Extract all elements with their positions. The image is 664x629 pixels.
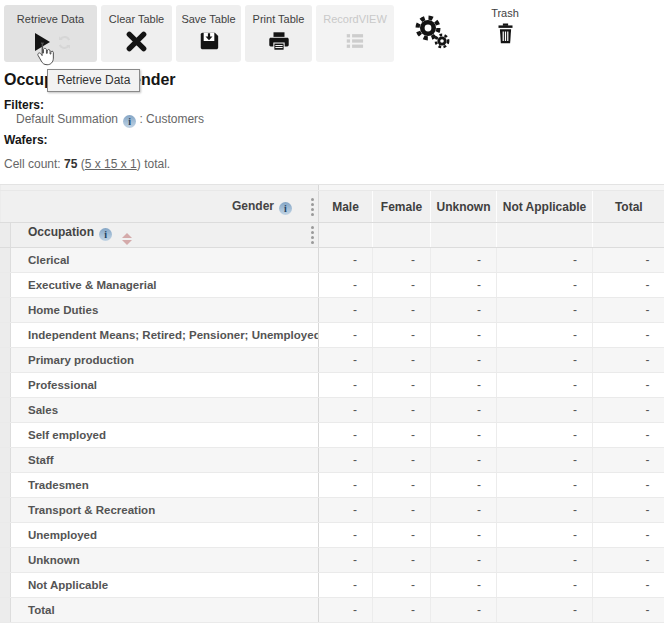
data-cell[interactable]: - <box>497 248 593 273</box>
data-cell[interactable]: - <box>497 548 593 573</box>
dimensions-link[interactable]: 5 x 15 x 1 <box>85 157 137 171</box>
row-header[interactable]: Sales <box>11 398 319 423</box>
data-cell[interactable]: - <box>319 348 373 373</box>
data-cell[interactable]: - <box>497 373 593 398</box>
data-cell[interactable]: - <box>373 373 431 398</box>
data-cell[interactable]: - <box>319 573 373 598</box>
data-cell[interactable]: - <box>497 573 593 598</box>
data-cell[interactable]: - <box>497 448 593 473</box>
data-cell[interactable]: - <box>319 398 373 423</box>
data-cell[interactable]: - <box>319 473 373 498</box>
data-cell[interactable]: - <box>373 298 431 323</box>
data-cell[interactable]: - <box>431 323 497 348</box>
data-cell[interactable]: - <box>373 248 431 273</box>
sort-icon[interactable] <box>122 233 132 245</box>
data-cell[interactable]: - <box>431 473 497 498</box>
row-header[interactable]: Unemployed <box>11 523 319 548</box>
data-cell[interactable]: - <box>319 548 373 573</box>
data-cell[interactable]: - <box>373 598 431 623</box>
data-cell[interactable]: - <box>497 498 593 523</box>
data-cell[interactable]: - <box>319 423 373 448</box>
data-cell[interactable]: - <box>431 523 497 548</box>
data-cell[interactable]: - <box>373 323 431 348</box>
data-cell[interactable]: - <box>373 473 431 498</box>
data-cell[interactable]: - <box>373 498 431 523</box>
data-cell[interactable]: - <box>431 573 497 598</box>
data-cell[interactable]: - <box>593 598 664 623</box>
row-header[interactable]: Primary production <box>11 348 319 373</box>
data-cell[interactable]: - <box>497 598 593 623</box>
row-header[interactable]: Independent Means; Retired; Pensioner; U… <box>11 323 319 348</box>
trash-button[interactable]: Trash <box>483 7 527 50</box>
data-cell[interactable]: - <box>373 423 431 448</box>
data-cell[interactable]: - <box>319 498 373 523</box>
data-cell[interactable]: - <box>593 548 664 573</box>
column-header[interactable]: Not Applicable <box>497 191 593 223</box>
drag-handle-icon[interactable] <box>311 198 314 216</box>
data-cell[interactable]: - <box>431 348 497 373</box>
row-header[interactable]: Total <box>11 598 319 623</box>
row-header[interactable]: Executive & Managerial <box>11 273 319 298</box>
column-header[interactable]: Male <box>319 191 373 223</box>
data-cell[interactable]: - <box>431 298 497 323</box>
save-table-button[interactable]: Save Table <box>176 5 241 62</box>
row-header[interactable]: Unknown <box>11 548 319 573</box>
data-cell[interactable]: - <box>431 498 497 523</box>
column-header[interactable]: Total <box>593 191 664 223</box>
data-cell[interactable]: - <box>319 248 373 273</box>
recordview-button[interactable]: RecordVIEW <box>316 5 394 62</box>
info-icon[interactable]: i <box>123 115 136 128</box>
drag-handle-icon[interactable] <box>311 226 314 244</box>
data-cell[interactable]: - <box>319 273 373 298</box>
row-dimension-header[interactable]: Occupationi <box>11 223 319 248</box>
data-cell[interactable]: - <box>497 298 593 323</box>
data-cell[interactable]: - <box>431 598 497 623</box>
data-cell[interactable]: - <box>431 548 497 573</box>
data-cell[interactable]: - <box>431 373 497 398</box>
row-header[interactable]: Self employed <box>11 423 319 448</box>
data-cell[interactable]: - <box>593 323 664 348</box>
data-cell[interactable]: - <box>497 398 593 423</box>
row-header[interactable]: Tradesmen <box>11 473 319 498</box>
row-header[interactable]: Clerical <box>11 248 319 273</box>
clear-table-button[interactable]: Clear Table <box>101 5 172 62</box>
data-cell[interactable]: - <box>593 473 664 498</box>
data-cell[interactable]: - <box>373 348 431 373</box>
data-cell[interactable]: - <box>497 523 593 548</box>
info-icon[interactable]: i <box>99 228 112 241</box>
data-cell[interactable]: - <box>431 248 497 273</box>
data-cell[interactable]: - <box>319 523 373 548</box>
column-header[interactable]: Unknown <box>431 191 497 223</box>
data-cell[interactable]: - <box>593 448 664 473</box>
data-cell[interactable]: - <box>593 348 664 373</box>
data-cell[interactable]: - <box>593 298 664 323</box>
data-cell[interactable]: - <box>593 573 664 598</box>
data-cell[interactable]: - <box>593 498 664 523</box>
data-cell[interactable]: - <box>497 273 593 298</box>
row-header[interactable]: Staff <box>11 448 319 473</box>
print-table-button[interactable]: Print Table <box>245 5 312 62</box>
data-cell[interactable]: - <box>431 273 497 298</box>
data-cell[interactable]: - <box>593 273 664 298</box>
data-cell[interactable]: - <box>373 448 431 473</box>
row-header[interactable]: Transport & Recreation <box>11 498 319 523</box>
data-cell[interactable]: - <box>431 423 497 448</box>
data-cell[interactable]: - <box>373 573 431 598</box>
data-cell[interactable]: - <box>431 398 497 423</box>
data-cell[interactable]: - <box>593 423 664 448</box>
data-cell[interactable]: - <box>593 398 664 423</box>
data-cell[interactable]: - <box>319 598 373 623</box>
retrieve-data-button[interactable]: Retrieve Data <box>4 5 97 62</box>
data-cell[interactable]: - <box>497 423 593 448</box>
data-cell[interactable]: - <box>373 398 431 423</box>
data-cell[interactable]: - <box>431 448 497 473</box>
data-cell[interactable]: - <box>593 373 664 398</box>
info-icon[interactable]: i <box>279 202 292 215</box>
data-cell[interactable]: - <box>593 248 664 273</box>
data-cell[interactable]: - <box>319 373 373 398</box>
data-cell[interactable]: - <box>319 323 373 348</box>
row-header[interactable]: Home Duties <box>11 298 319 323</box>
data-cell[interactable]: - <box>497 348 593 373</box>
data-cell[interactable]: - <box>497 473 593 498</box>
data-cell[interactable]: - <box>373 523 431 548</box>
